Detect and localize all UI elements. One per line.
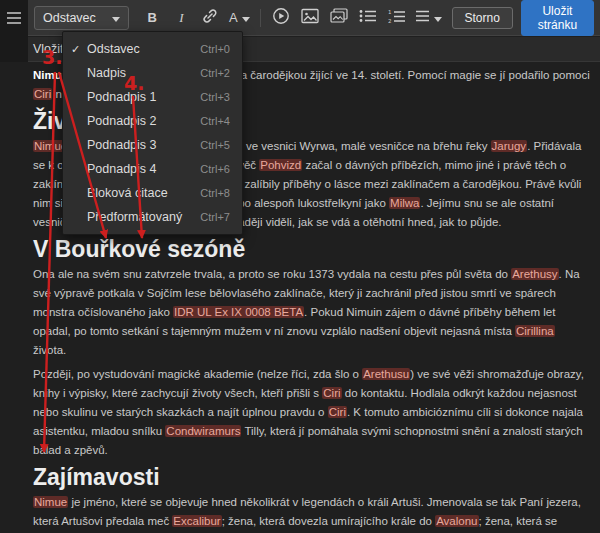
- wiki-link[interactable]: Arethusy: [511, 268, 558, 280]
- paragraph: Později, po vystudování magické akademie…: [33, 365, 590, 460]
- wiki-link[interactable]: Ciri: [328, 406, 347, 418]
- bullet-list-button[interactable]: [355, 5, 382, 31]
- menu-item-label: Nadpis: [87, 66, 184, 80]
- save-button[interactable]: Uložit stránku: [521, 0, 594, 36]
- italic-button[interactable]: I: [168, 5, 195, 31]
- insert-menu-label: Vložit: [33, 42, 64, 56]
- numbered-list-icon: 12: [388, 9, 406, 26]
- paragraph: Ona ale na svém snu zatvrzele trvala, a …: [33, 265, 590, 360]
- image-icon: [301, 8, 319, 27]
- menu-item-nadpis[interactable]: NadpisCtrl+2: [63, 61, 242, 85]
- wiki-link[interactable]: Excalibur: [172, 515, 221, 527]
- page-options-button[interactable]: [415, 5, 442, 31]
- wiki-link[interactable]: Jarugy: [491, 140, 528, 152]
- menu-item-label: Podnadpis 3: [87, 138, 184, 152]
- main-menu-icon[interactable]: [6, 11, 22, 29]
- bold-button[interactable]: B: [139, 5, 166, 31]
- play-circle-icon: [272, 7, 290, 28]
- section-heading: V Bouřkové sezóně: [33, 237, 590, 262]
- text-style-label: A: [229, 10, 238, 25]
- gallery-button[interactable]: [326, 5, 353, 31]
- text-style-button[interactable]: A: [226, 5, 253, 31]
- text-run: Ona ale na svém snu zatvrzele trvala, a …: [33, 268, 511, 280]
- text-run: života.: [33, 344, 66, 356]
- menu-item-label: Podnadpis 1: [87, 90, 184, 104]
- wiki-editor-window: Odstavec B I A: [0, 0, 600, 533]
- wiki-link[interactable]: IDR UL Ex IX 0008 BETA: [173, 306, 304, 318]
- menu-item-label: Bloková citace: [87, 186, 184, 200]
- link-button[interactable]: [197, 5, 224, 31]
- section-heading: Zajímavosti: [33, 465, 590, 490]
- menu-item-shortcut: Ctrl+6: [200, 163, 230, 175]
- left-rail: [0, 0, 28, 62]
- wiki-link[interactable]: Nimue: [33, 496, 68, 508]
- wiki-link[interactable]: Arethusu: [362, 368, 410, 380]
- menu-item-p-edform-tovan-[interactable]: PředformátovanýCtrl+7: [63, 205, 242, 229]
- menu-item-blokov-citace[interactable]: Bloková citaceCtrl+8: [63, 181, 242, 205]
- wiki-link[interactable]: Ciri: [322, 387, 341, 399]
- chevron-down-icon: [434, 10, 442, 25]
- text-run: ; žena, která dovezla umírajícího krále …: [222, 515, 436, 527]
- menu-item-shortcut: Ctrl+4: [200, 115, 230, 127]
- menu-item-podnadpis-2[interactable]: Podnadpis 2Ctrl+4: [63, 109, 242, 133]
- menu-item-shortcut: Ctrl+5: [200, 139, 230, 151]
- menu-item-shortcut: Ctrl+2: [200, 67, 230, 79]
- menu-item-podnadpis-3[interactable]: Podnadpis 3Ctrl+5: [63, 133, 242, 157]
- numbered-list-button[interactable]: 12: [384, 5, 411, 31]
- menu-item-shortcut: Ctrl+7: [200, 211, 230, 223]
- paragraph-style-dropdown[interactable]: Odstavec: [34, 6, 129, 30]
- toolbar-separator: [260, 9, 261, 27]
- cancel-button[interactable]: Storno: [452, 7, 513, 29]
- link-icon: [201, 7, 219, 28]
- text-run: , byla čarodějkou žijící ve 14. století.…: [220, 69, 590, 81]
- chevron-down-icon: [112, 11, 120, 25]
- menu-item-shortcut: Ctrl+8: [200, 187, 230, 199]
- wiki-link[interactable]: Ciri: [33, 88, 52, 100]
- menu-item-podnadpis-1[interactable]: Podnadpis 1Ctrl+3: [63, 85, 242, 109]
- paragraph: Nimue je jméno, které se objevuje hned n…: [33, 493, 590, 533]
- menu-item-odstavec[interactable]: ✓OdstavecCtrl+0: [63, 37, 242, 61]
- menu-item-label: Předformátovaný: [87, 210, 184, 224]
- svg-text:2: 2: [388, 18, 392, 24]
- image-button[interactable]: [297, 5, 324, 31]
- paragraph-style-label: Odstavec: [43, 11, 96, 25]
- menu-item-label: Podnadpis 2: [87, 114, 184, 128]
- paragraph-style-menu: ✓OdstavecCtrl+0NadpisCtrl+2Podnadpis 1Ct…: [62, 31, 243, 235]
- menu-item-podnadpis-4[interactable]: Podnadpis 4Ctrl+6: [63, 157, 242, 181]
- chevron-down-icon: [242, 10, 250, 25]
- menu-item-shortcut: Ctrl+0: [200, 43, 230, 55]
- wiki-link[interactable]: Cirillina: [515, 325, 555, 337]
- menu-item-label: Podnadpis 4: [87, 162, 184, 176]
- wiki-link[interactable]: Milwa: [389, 197, 420, 209]
- hamburger-icon: [415, 10, 430, 25]
- wiki-link[interactable]: Condwiramurs: [165, 425, 241, 437]
- text-run: Později, po vystudování magické akademie…: [33, 368, 362, 380]
- menu-item-label: Odstavec: [87, 42, 184, 56]
- wiki-link[interactable]: Avalonu: [435, 515, 478, 527]
- bullet-list-icon: [359, 9, 377, 26]
- wiki-link[interactable]: Pohvizd: [259, 159, 302, 171]
- svg-text:1: 1: [388, 9, 392, 15]
- gallery-icon: [330, 8, 348, 27]
- media-button[interactable]: [268, 5, 295, 31]
- menu-item-shortcut: Ctrl+3: [200, 91, 230, 103]
- check-icon: ✓: [71, 43, 87, 56]
